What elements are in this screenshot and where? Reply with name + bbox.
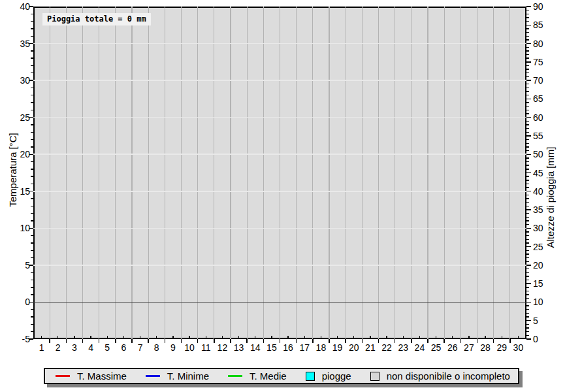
right-axis-tick	[526, 224, 529, 225]
right-axis-tick	[526, 14, 529, 14]
right-axis-tick	[526, 228, 531, 229]
right-axis-tick-label: 60	[533, 113, 543, 122]
x-axis-tick-label: 18	[312, 343, 329, 352]
left-axis-tick-label: -5	[8, 335, 30, 344]
horizontal-gridline	[33, 117, 526, 118]
legend-item: piogge	[306, 370, 351, 382]
bottom-axis-inner-tick	[502, 336, 502, 338]
right-axis-tick	[526, 253, 529, 254]
left-axis-tick	[31, 161, 33, 162]
right-axis-tick	[526, 54, 529, 55]
right-axis-tick-label: 50	[533, 150, 543, 159]
legend-item-label: T. Massime	[77, 370, 127, 382]
right-axis-tick	[526, 206, 529, 206]
legend-item-label: T. Medie	[250, 370, 287, 382]
x-axis-tick-label: 28	[477, 343, 494, 352]
left-axis-tick	[31, 132, 33, 133]
x-axis-tick-label: 22	[378, 343, 395, 352]
bottom-axis-inner-tick	[107, 336, 108, 338]
vertical-gridline	[66, 7, 67, 339]
vertical-gridline	[411, 7, 412, 339]
right-axis-tick	[526, 298, 529, 299]
right-axis-tick	[526, 113, 529, 114]
bottom-axis-inner-tick	[304, 336, 305, 338]
left-axis-tick	[31, 176, 33, 176]
right-axis-tick	[526, 231, 529, 232]
right-axis-tick	[526, 250, 529, 251]
right-axis-tick	[526, 61, 531, 62]
right-axis-tick	[526, 69, 529, 69]
left-axis-tick	[31, 50, 33, 51]
right-axis-tick	[526, 73, 529, 73]
right-axis-tick	[526, 65, 529, 66]
right-axis-tick-label: 10	[533, 297, 543, 306]
vertical-gridline	[427, 7, 428, 339]
total-rain-annotation: Pioggia totale = 0 mm	[42, 13, 151, 25]
right-axis-tick-label: 15	[533, 279, 543, 288]
left-axis-tick	[31, 124, 33, 125]
right-axis-tick-label: 0	[533, 335, 538, 344]
right-axis-tick	[526, 265, 531, 265]
right-axis-tick	[526, 76, 529, 77]
x-axis-tick-label: 21	[362, 343, 379, 352]
legend-item: T. Minime	[146, 370, 209, 382]
right-axis-tick	[526, 146, 529, 147]
right-axis-tick	[526, 36, 529, 37]
vertical-gridline	[296, 7, 297, 339]
horizontal-gridline	[33, 191, 526, 192]
vertical-gridline	[378, 7, 379, 339]
right-axis-tick	[526, 283, 531, 284]
right-axis-tick	[526, 287, 529, 287]
x-axis-tick-label: 5	[99, 343, 116, 352]
x-axis-tick-label: 24	[411, 343, 428, 352]
vertical-gridline	[362, 7, 363, 339]
left-axis-tick	[31, 331, 33, 332]
x-axis-tick-label: 30	[509, 343, 526, 352]
left-axis-tick	[31, 28, 33, 29]
right-axis-tick	[526, 313, 529, 314]
bottom-axis-inner-tick	[287, 336, 288, 338]
right-axis-tick	[526, 239, 529, 240]
x-axis-tick-label: 7	[132, 343, 149, 352]
vertical-gridline	[230, 7, 231, 339]
left-axis-tick-label: 30	[8, 76, 30, 85]
bottom-axis-inner-tick	[189, 336, 189, 338]
right-axis-tick	[526, 257, 529, 258]
vertical-gridline	[181, 7, 182, 339]
left-axis-tick-label: 35	[8, 39, 30, 48]
right-axis-tick	[526, 121, 529, 122]
bottom-axis-inner-tick	[206, 336, 206, 338]
right-axis-tick	[526, 28, 529, 29]
legend-item: T. Medie	[228, 370, 287, 382]
right-axis-tick-label: 40	[533, 187, 543, 196]
x-axis-tick-label: 23	[395, 343, 412, 352]
legend-line-swatch-icon	[56, 375, 70, 377]
left-axis-tick-label: 40	[8, 2, 30, 11]
right-axis-tick	[526, 157, 529, 158]
right-axis-tick-label: 80	[533, 39, 543, 48]
x-axis-tick-label: 27	[460, 343, 477, 352]
left-axis-tick	[31, 110, 33, 110]
right-axis-tick	[526, 57, 529, 58]
right-axis-tick	[526, 135, 531, 136]
left-axis-tick	[31, 102, 33, 103]
x-axis-tick-label: 17	[296, 343, 313, 352]
bottom-axis-inner-tick	[403, 336, 404, 338]
right-axis-tick	[526, 309, 529, 310]
x-axis-tick-label: 19	[329, 343, 346, 352]
right-axis-tick	[526, 10, 529, 10]
left-axis-tick	[31, 213, 33, 214]
x-axis-tick-label: 12	[214, 343, 231, 352]
horizontal-gridline	[33, 80, 526, 81]
right-axis-tick-label: 90	[533, 2, 543, 11]
legend-item-label: T. Minime	[167, 370, 209, 382]
right-axis-tick	[526, 39, 529, 40]
right-axis-tick	[526, 50, 529, 51]
right-axis-tick	[526, 291, 529, 291]
x-axis-tick-label: 1	[33, 343, 50, 352]
right-axis-tick-label: 5	[533, 316, 538, 325]
left-axis-tick	[31, 169, 33, 169]
right-axis-tick	[526, 242, 529, 243]
legend-item-label: piogge	[322, 370, 351, 382]
x-axis-tick-label: 15	[263, 343, 280, 352]
